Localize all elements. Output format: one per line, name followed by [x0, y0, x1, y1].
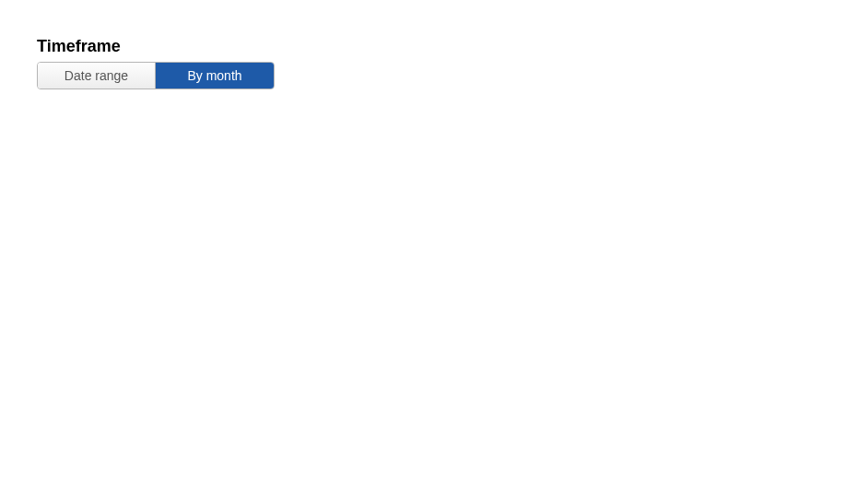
timeframe-toggle-group: Date range By month	[37, 62, 275, 89]
by-month-button[interactable]: By month	[156, 63, 274, 89]
timeframe-title: Timeframe	[37, 37, 831, 56]
timeframe-section: Timeframe Date range By month	[37, 37, 831, 89]
date-range-button[interactable]: Date range	[38, 63, 156, 89]
